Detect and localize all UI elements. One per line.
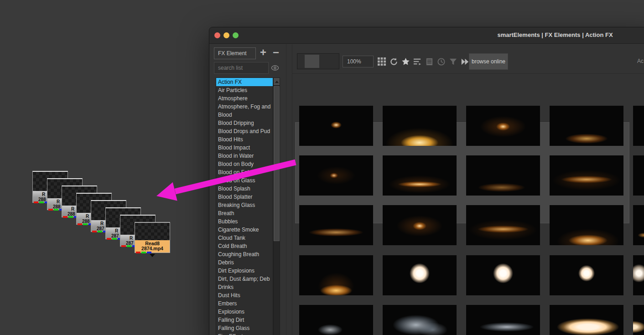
category-list-scrollbar[interactable] [273,77,280,335]
element-thumbnail[interactable] [299,106,373,146]
filter-icon[interactable] [448,57,457,67]
details-list-icon[interactable] [425,57,434,67]
node-postage-stamp [135,223,170,240]
category-item[interactable]: Blood [216,111,273,119]
slider-handle[interactable] [305,55,319,68]
refresh-icon[interactable] [389,57,398,67]
category-item[interactable]: Dirt Explosions [216,267,273,275]
element-thumbnail[interactable] [633,205,644,245]
category-item[interactable]: Breaking Glass [216,201,273,209]
window-titlebar[interactable]: smartElements | FX Elements | Action FX [209,27,644,44]
category-item[interactable]: Blood on Glass [216,176,273,185]
category-item[interactable]: Fire Effects [216,332,273,335]
element-thumbnail[interactable] [299,305,373,335]
category-item[interactable]: Embers [216,299,273,308]
node-caret-icon [150,254,155,257]
element-thumbnail[interactable] [633,305,644,335]
category-item[interactable]: Dirt, Dust &amp; Deb [216,275,273,283]
category-item[interactable]: Blood Impact [216,144,273,152]
grid-view-icon[interactable] [377,57,386,67]
element-thumbnail[interactable] [383,205,457,245]
category-item[interactable]: Action FX [216,78,273,86]
category-item[interactable]: Cloud Tank [216,234,273,242]
category-item[interactable]: Debris [216,258,273,267]
category-item[interactable]: Falling Dirt [216,316,273,324]
category-item[interactable]: Atmosphere [216,94,273,103]
element-thumbnail[interactable] [383,305,457,335]
history-icon[interactable] [436,57,446,67]
category-item[interactable]: Blood Hits [216,135,273,144]
category-item[interactable]: Breath [216,209,273,217]
thumbnail-size-slider[interactable] [297,53,339,69]
element-thumbnail[interactable] [383,255,457,295]
element-thumbnail[interactable] [550,305,623,335]
category-item[interactable]: Blood Drops and Pud [216,127,273,135]
element-thumbnail[interactable] [633,155,644,196]
node-rgb-channels [136,252,151,253]
element-thumbnail[interactable] [466,205,540,245]
nuke-node-graph-background: { "window": { "title": "smartElements | … [0,0,644,335]
toolbar-icons [377,57,469,67]
element-thumbnail[interactable] [550,106,623,146]
zoom-percent-field[interactable] [343,56,374,67]
element-thumbnail[interactable] [299,155,373,196]
sort-list-icon[interactable] [413,57,422,67]
element-thumbnail[interactable] [383,106,457,146]
smartelements-window: smartElements | FX Elements | Action FX … [209,27,644,335]
category-item[interactable]: Falling Glass [216,324,273,332]
category-item[interactable]: Blood on Body [216,160,273,168]
element-type-selector[interactable]: FX Element [214,47,256,59]
category-item[interactable]: Blood Dripping [216,119,273,127]
browse-online-button[interactable]: browse online [469,53,508,70]
element-thumbnail[interactable] [383,155,457,196]
element-thumbnail[interactable] [299,255,373,295]
element-thumbnail[interactable] [466,255,540,295]
category-item[interactable]: Cigarette Smoke [216,226,273,234]
category-item[interactable]: Explosions [216,308,273,316]
scrollbar-thumb[interactable] [274,86,280,241]
element-thumbnail[interactable] [633,106,644,146]
category-item[interactable]: Blood Splatter [216,193,273,201]
category-list: Action FXAir ParticlesAtmosphereAtmosphe… [216,77,273,335]
category-item[interactable]: Drinks [216,283,273,291]
category-item[interactable]: Bubbles [216,217,273,226]
favorites-star-icon[interactable] [401,57,410,67]
zoom-window-button[interactable] [233,32,239,38]
element-thumbnail[interactable] [550,205,623,245]
element-thumbnail[interactable] [550,155,623,196]
category-item[interactable]: Blood in Water [216,152,273,160]
element-thumbnail[interactable] [466,106,540,146]
toolbar-right-label: Ac [637,58,644,64]
search-list-input[interactable] [214,62,269,74]
add-list-button[interactable]: + [258,46,269,59]
category-item[interactable]: Dust Hits [216,291,273,299]
thumbnail-grid [292,74,644,335]
window-title: smartElements | FX Elements | Action FX [497,31,613,38]
node-label: Read82874.mp4 [135,240,170,253]
category-item[interactable]: Atmosphere, Fog and [216,103,273,111]
remove-list-button[interactable]: − [270,46,281,59]
element-thumbnail[interactable] [466,305,540,335]
category-item[interactable]: Coughing Breath [216,250,273,258]
read-node-selected[interactable]: Read82874.mp4 [135,222,170,253]
panel-splitter[interactable] [286,44,286,335]
element-thumbnail[interactable] [633,255,644,295]
close-window-button[interactable] [214,32,220,38]
category-item[interactable]: Blood Splash [216,185,273,193]
skip-forward-icon[interactable] [460,57,469,67]
minimize-window-button[interactable] [223,32,229,38]
element-thumbnail[interactable] [299,205,373,245]
element-thumbnail[interactable] [550,255,623,295]
visibility-eye-icon[interactable] [270,64,280,72]
scrollbar-up-arrow[interactable] [274,78,280,86]
category-item[interactable]: Air Particles [216,86,273,94]
element-thumbnail[interactable] [466,155,540,196]
category-item[interactable]: Blood on Fabric [216,168,273,176]
category-item[interactable]: Cold Breath [216,242,273,250]
